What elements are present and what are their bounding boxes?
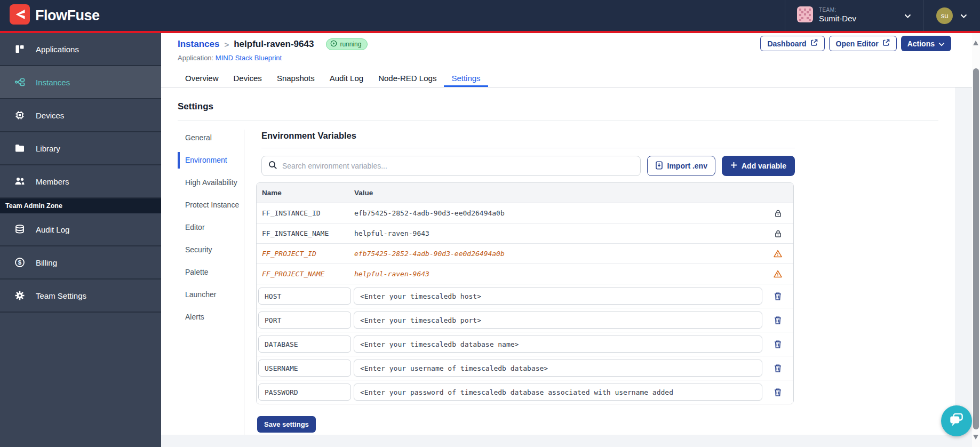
chip-icon <box>14 110 26 121</box>
dashboard-button-label: Dashboard <box>767 39 806 48</box>
env-name: FF_PROJECT_NAME <box>257 270 354 278</box>
subnav-editor[interactable]: Editor <box>178 222 244 233</box>
user-avatar: su <box>936 7 953 24</box>
subnav-launcher[interactable]: Launcher <box>178 290 244 300</box>
flowfuse-logo[interactable]: FlowFuse <box>10 4 100 27</box>
subnav-alerts[interactable]: Alerts <box>178 312 244 322</box>
env-name: FF_PROJECT_ID <box>257 250 354 258</box>
chat-bubbles-icon <box>948 411 965 430</box>
env-search <box>261 156 641 176</box>
env-name-input[interactable] <box>258 312 351 329</box>
subnav-general[interactable]: General <box>178 133 244 143</box>
chevron-down-icon <box>904 11 911 20</box>
env-name-input[interactable] <box>258 384 351 401</box>
user-menu[interactable]: su <box>923 0 980 31</box>
import-env-button[interactable]: Import .env <box>647 156 715 176</box>
add-variable-button[interactable]: Add variable <box>722 156 795 176</box>
sidebar-item-team-settings[interactable]: Team Settings <box>0 280 161 313</box>
tab-snapshots[interactable]: Snapshots <box>269 69 322 87</box>
scrollbar-thumb[interactable] <box>973 68 979 429</box>
breadcrumb-separator: > <box>224 40 229 49</box>
sidebar-item-label: Library <box>36 144 60 153</box>
sidebar-filler <box>0 313 161 447</box>
sidebar-item-devices[interactable]: Devices <box>0 99 161 132</box>
open-editor-button[interactable]: Open Editor <box>829 36 897 51</box>
chat-widget-button[interactable] <box>941 405 972 436</box>
table-row <box>257 380 793 404</box>
delete-variable-button[interactable] <box>774 340 782 349</box>
tab-settings[interactable]: Settings <box>444 69 488 87</box>
delete-variable-button[interactable] <box>774 364 782 373</box>
subnav-palette[interactable]: Palette <box>178 267 244 277</box>
actions-button[interactable]: Actions <box>901 36 951 51</box>
actions-button-label: Actions <box>907 39 935 48</box>
tab-audit-log[interactable]: Audit Log <box>322 69 371 87</box>
top-bar: FlowFuse TEAM: Sumit-Dev su <box>0 0 980 31</box>
sidebar-item-instances[interactable]: Instances <box>0 66 161 99</box>
delete-variable-button[interactable] <box>774 316 782 325</box>
env-table-header: Name Value <box>257 183 793 203</box>
table-row <box>257 356 793 380</box>
external-link-icon <box>810 39 818 48</box>
env-value-input[interactable] <box>354 360 762 377</box>
env-name-input[interactable] <box>258 336 351 353</box>
external-link-icon <box>882 39 890 48</box>
scroll-up-arrow[interactable] <box>973 41 978 45</box>
delete-variable-button[interactable] <box>774 388 782 397</box>
main-area: Instances > helpful-raven-9643 running A… <box>161 33 980 447</box>
team-name: Sumit-Dev <box>819 14 856 24</box>
env-value-input[interactable] <box>354 336 762 353</box>
open-editor-button-label: Open Editor <box>836 39 879 48</box>
tab-devices[interactable]: Devices <box>226 69 269 87</box>
sidebar-item-label: Team Settings <box>36 291 86 300</box>
add-variable-label: Add variable <box>742 162 786 170</box>
tab-overview[interactable]: Overview <box>178 69 226 87</box>
env-value-input[interactable] <box>354 312 762 329</box>
environment-section: Environment Variables <box>261 130 795 435</box>
sidebar-item-library[interactable]: Library <box>0 132 161 165</box>
sidebar-item-billing[interactable]: $ Billing <box>0 246 161 280</box>
application-link[interactable]: MIND Stack Blueprint <box>216 54 282 62</box>
flowfuse-logo-icon <box>10 4 30 27</box>
team-label: TEAM: <box>819 7 856 14</box>
subnav-environment[interactable]: Environment <box>178 152 244 169</box>
warning-icon <box>762 270 793 278</box>
env-value-input[interactable] <box>354 384 762 401</box>
table-row <box>257 284 793 308</box>
delete-variable-button[interactable] <box>774 292 782 301</box>
env-value-input[interactable] <box>354 288 762 305</box>
settings-panel: Settings General Environment High Availa… <box>161 87 955 435</box>
gear-icon <box>14 290 26 301</box>
subnav-protect-instance[interactable]: Protect Instance <box>178 200 244 210</box>
sidebar-item-applications[interactable]: Applications <box>0 33 161 66</box>
env-value: efb75425-2852-4adb-90d3-ee0d26494a0b <box>354 250 762 258</box>
env-value: helpful-raven-9643 <box>354 270 762 278</box>
env-name: FF_INSTANCE_ID <box>257 209 354 217</box>
breadcrumb-instances-link[interactable]: Instances <box>178 39 219 50</box>
subnav-security[interactable]: Security <box>178 245 244 255</box>
sidebar-item-label: Audit Log <box>36 225 69 234</box>
sidebar-item-members[interactable]: Members <box>0 165 161 198</box>
sidebar-item-label: Instances <box>36 78 70 87</box>
application-label: Application: <box>178 54 213 62</box>
subnav-high-availability[interactable]: High Availability <box>178 178 244 188</box>
app-window: FlowFuse TEAM: Sumit-Dev su <box>0 0 980 447</box>
sidebar-item-audit-log[interactable]: Audit Log <box>0 213 161 246</box>
column-header-name: Name <box>257 189 354 197</box>
tab-node-red-logs[interactable]: Node-RED Logs <box>371 69 444 87</box>
instance-tabs: Overview Devices Snapshots Audit Log Nod… <box>178 69 488 87</box>
team-selector[interactable]: TEAM: Sumit-Dev <box>785 0 923 31</box>
save-settings-button[interactable]: Save settings <box>257 416 316 433</box>
search-input[interactable] <box>282 162 634 170</box>
scroll-down-arrow[interactable] <box>973 435 978 440</box>
env-name-input[interactable] <box>258 360 351 377</box>
chevron-down-icon <box>938 39 945 48</box>
instances-icon <box>14 77 26 87</box>
sidebar: Applications Instances Devices Library <box>0 33 161 447</box>
chevron-down-icon <box>960 11 967 20</box>
users-icon <box>14 177 26 186</box>
column-header-value: Value <box>354 189 762 197</box>
dashboard-button[interactable]: Dashboard <box>760 36 824 51</box>
status-badge: running <box>326 38 368 50</box>
env-name-input[interactable] <box>258 288 351 305</box>
